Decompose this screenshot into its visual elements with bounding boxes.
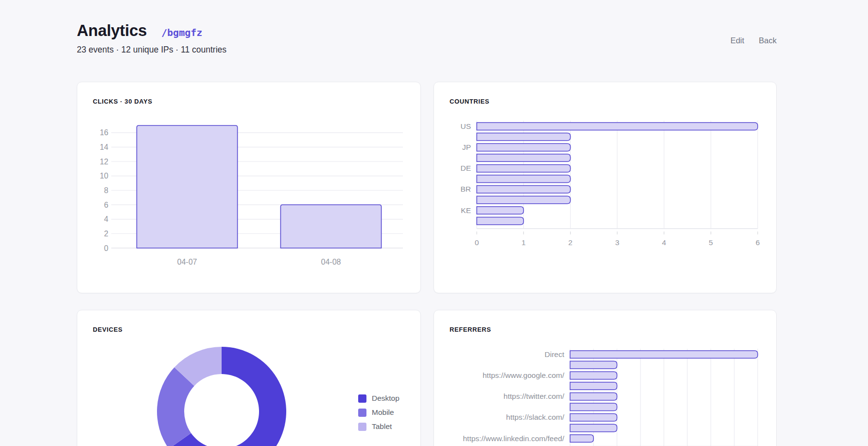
svg-text:16: 16 <box>100 128 108 137</box>
svg-text:JP: JP <box>462 143 471 151</box>
devices-card-title: DEVICES <box>93 326 405 333</box>
devices-donut-svg <box>156 346 287 446</box>
desktop-swatch-icon <box>358 394 366 403</box>
svg-text:0: 0 <box>104 244 108 252</box>
legend-item-tablet: Tablet <box>358 422 399 431</box>
page-title: Analytics <box>77 21 147 40</box>
legend-label-desktop: Desktop <box>372 394 399 403</box>
clicks-chart-svg: 024681012141604-0704-08 <box>93 118 406 279</box>
svg-text:4: 4 <box>104 215 108 223</box>
referrers-card: REFERRERS 012345678Directhttps://www.goo… <box>434 310 777 446</box>
svg-text:BR: BR <box>460 185 471 193</box>
svg-text:4: 4 <box>662 238 666 247</box>
svg-text:6: 6 <box>756 238 760 247</box>
svg-text:10: 10 <box>100 172 108 180</box>
clicks-bar-chart: 024681012141604-0704-08 <box>93 118 405 281</box>
page-header: Analytics /bgmgfz 23 events · 12 unique … <box>77 21 777 55</box>
devices-card: DEVICES Desktop Mobile Ta <box>77 310 421 446</box>
svg-text:2: 2 <box>104 230 108 238</box>
devices-chart-body: Desktop Mobile Tablet <box>93 346 405 446</box>
analytics-page: Analytics /bgmgfz 23 events · 12 unique … <box>0 0 868 446</box>
legend-label-tablet: Tablet <box>372 422 392 431</box>
referrers-chart-svg: 012345678Directhttps://www.google.com/ht… <box>450 346 762 446</box>
legend-label-mobile: Mobile <box>372 408 394 417</box>
cards-grid: CLICKS · 30 DAYS 024681012141604-0704-08… <box>77 82 777 446</box>
svg-text:5: 5 <box>709 238 713 247</box>
svg-text:https://www.linkedin.com/feed/: https://www.linkedin.com/feed/ <box>463 434 565 443</box>
svg-text:US: US <box>460 122 471 130</box>
svg-text:https://twitter.com/: https://twitter.com/ <box>503 392 565 400</box>
svg-text:2: 2 <box>568 238 573 247</box>
edit-button[interactable]: Edit <box>730 36 744 45</box>
svg-text:04-07: 04-07 <box>177 258 197 266</box>
svg-text:DE: DE <box>460 164 471 172</box>
svg-text:3: 3 <box>615 238 620 247</box>
legend-item-desktop: Desktop <box>358 394 399 403</box>
svg-text:04-08: 04-08 <box>321 258 341 266</box>
svg-text:0: 0 <box>475 238 479 247</box>
header-titles: Analytics /bgmgfz 23 events · 12 unique … <box>77 21 226 55</box>
clicks-card-title: CLICKS · 30 DAYS <box>93 98 405 105</box>
devices-donut-chart <box>156 346 287 446</box>
svg-text:8: 8 <box>104 186 108 195</box>
countries-card-title: COUNTRIES <box>450 98 761 105</box>
legend-item-mobile: Mobile <box>358 408 399 417</box>
svg-text:Direct: Direct <box>545 350 565 358</box>
svg-text:https://slack.com/: https://slack.com/ <box>506 413 564 421</box>
countries-chart-svg: 0123456USJPDEBRKE <box>450 118 762 264</box>
svg-text:14: 14 <box>100 143 108 151</box>
tablet-swatch-icon <box>358 423 366 431</box>
svg-text:KE: KE <box>461 206 471 214</box>
svg-text:https://www.google.com/: https://www.google.com/ <box>483 371 565 379</box>
countries-card: COUNTRIES 0123456USJPDEBRKE <box>434 82 777 293</box>
back-button[interactable]: Back <box>759 36 777 45</box>
svg-text:12: 12 <box>100 158 108 166</box>
header-actions: Edit Back <box>730 36 777 45</box>
clicks-card: CLICKS · 30 DAYS 024681012141604-0704-08 <box>77 82 421 293</box>
countries-bar-chart: 0123456USJPDEBRKE <box>450 118 761 266</box>
devices-legend: Desktop Mobile Tablet <box>358 394 399 431</box>
svg-text:1: 1 <box>521 238 526 247</box>
mobile-swatch-icon <box>358 409 366 417</box>
stats-summary: 23 events · 12 unique IPs · 11 countries <box>77 45 226 55</box>
referrers-card-title: REFERRERS <box>450 326 761 333</box>
referrers-bar-chart: 012345678Directhttps://www.google.com/ht… <box>450 346 761 446</box>
svg-text:6: 6 <box>104 201 108 209</box>
link-slug: /bgmgfz <box>161 27 202 38</box>
